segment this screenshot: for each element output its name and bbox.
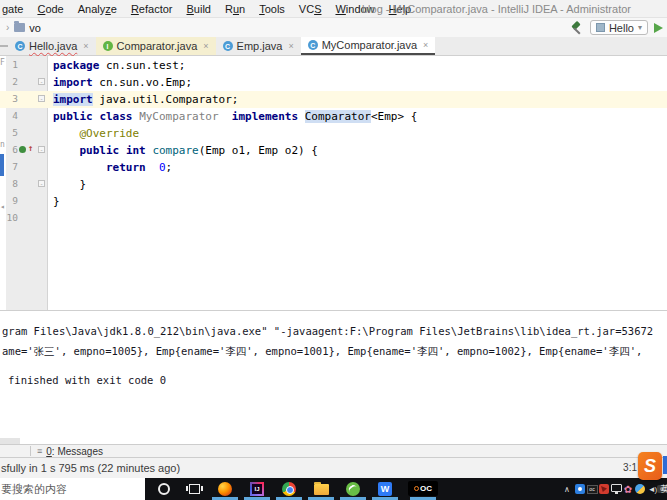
file-explorer-button[interactable] <box>308 480 334 497</box>
tab-comparator-java[interactable]: I Comparator.java × <box>96 37 216 55</box>
menu-code[interactable]: Code <box>30 3 70 15</box>
close-icon[interactable]: × <box>83 41 88 51</box>
left-tool-window-stripe-indicator <box>0 154 4 176</box>
code-line[interactable]: 8- } <box>0 176 667 193</box>
fold-icon[interactable]: - <box>38 180 45 187</box>
fold-icon[interactable]: - <box>38 95 45 102</box>
code-line[interactable]: 2-import cn.sun.vo.Emp; <box>0 74 667 91</box>
code-editor[interactable]: 1package cn.sun.test; 2-import cn.sun.vo… <box>0 56 667 310</box>
taskbar-search-input[interactable]: 要搜索的内容 <box>0 478 145 500</box>
windows-taskbar: 要搜索的内容 IJ W OC ∧ oc ✿ ◄) 英 <box>0 478 667 500</box>
tray-red-app-icon[interactable] <box>598 482 610 496</box>
tab-mycomparator-java[interactable]: C MyComparator.java × <box>301 37 436 55</box>
tab-emp-java[interactable]: C Emp.java × <box>216 37 301 55</box>
caret-position-widget[interactable]: 3:1 <box>623 462 637 473</box>
close-icon[interactable]: × <box>288 41 293 51</box>
menu-tools[interactable]: Tools <box>252 3 292 15</box>
code-line-current[interactable]: 3-import java.util.Comparator; <box>0 91 667 108</box>
menu-refactor[interactable]: Refactor <box>124 3 180 15</box>
tray-flower-app-icon[interactable]: ✿ <box>622 482 634 496</box>
implementing-method-icon[interactable] <box>19 146 26 153</box>
oc-app-button[interactable]: OC <box>406 480 440 497</box>
tray-oc-mini-icon[interactable]: oc <box>586 482 598 496</box>
wps-button[interactable]: W <box>372 480 398 497</box>
interface-file-icon: I <box>103 41 113 51</box>
code-line[interactable]: 6↑- public int compare(Emp o1, Emp o2) { <box>0 142 667 159</box>
console-output-line: ame='张三', empno=1005}, Emp{ename='李四', e… <box>2 345 642 359</box>
intellij-idea-window: gate Code Analyze Refactor Build Run Too… <box>0 0 667 500</box>
spring-leaf-icon <box>346 482 360 496</box>
code-line[interactable]: 5 @Override <box>0 125 667 142</box>
firefox-icon <box>218 482 232 496</box>
menu-bar: gate Code Analyze Refactor Build Run Too… <box>0 0 667 18</box>
fold-icon[interactable]: - <box>38 146 45 153</box>
tray-weather-icon[interactable] <box>634 482 646 496</box>
wps-w-icon: W <box>378 482 392 496</box>
tab-label: Hello.java <box>29 40 77 52</box>
overlay-edge-fragment <box>663 456 667 474</box>
class-file-icon: C <box>15 41 25 51</box>
editor-tab-bar: C Hello.java × I Comparator.java × C Emp… <box>0 37 667 56</box>
run-config-label: Hello <box>609 22 634 34</box>
breadcrumb-chevron-icon: › <box>6 22 9 33</box>
build-hammer-icon[interactable] <box>570 21 584 35</box>
code-line[interactable]: 9} <box>0 193 667 210</box>
overriding-method-icon[interactable]: ↑ <box>28 143 33 153</box>
intellij-idea-button[interactable]: IJ <box>244 480 270 497</box>
chevron-down-icon: ▾ <box>638 23 642 32</box>
search-placeholder-text: 要搜索的内容 <box>1 482 67 497</box>
tab-label: Comparator.java <box>117 40 198 52</box>
code-line[interactable]: 7 return 0; <box>0 159 667 176</box>
close-icon[interactable]: × <box>203 41 208 51</box>
fold-icon[interactable]: - <box>38 78 45 85</box>
cortana-icon <box>158 483 170 495</box>
oc-app-icon: OC <box>408 481 438 496</box>
task-view-icon <box>189 484 200 494</box>
status-bar: sfully in 1 s 795 ms (22 minutes ago) 3:… <box>0 458 667 478</box>
console-exit-line: finished with exit code 0 <box>8 374 166 386</box>
navigation-bar: › vo Hello ▾ <box>0 18 667 37</box>
menu-analyze[interactable]: Analyze <box>71 3 124 15</box>
divider <box>30 446 31 456</box>
build-status-text: sfully in 1 s 795 ms (22 minutes ago) <box>1 462 180 474</box>
chrome-icon <box>282 482 296 496</box>
menu-build[interactable]: Build <box>179 3 217 15</box>
menu-run[interactable]: Run <box>218 3 252 15</box>
spring-app-button[interactable] <box>340 480 366 497</box>
messages-list-icon: ≡ <box>37 446 42 456</box>
tab-label: Emp.java <box>237 40 283 52</box>
intellij-idea-icon: IJ <box>250 482 264 496</box>
window-title: blog - MyComparator.java - IntelliJ IDEA… <box>362 3 631 15</box>
code-line[interactable]: 1package cn.sun.test; <box>0 57 667 74</box>
menu-navigate[interactable]: gate <box>0 3 30 15</box>
tray-blue-app-icon[interactable] <box>574 482 586 496</box>
tab-hello-java[interactable]: C Hello.java × <box>8 37 96 55</box>
console-command-line: gram Files\Java\jdk1.8.0_212\bin\java.ex… <box>2 325 653 337</box>
folder-icon <box>14 23 25 32</box>
left-stripe-artifact: ◂ <box>0 202 5 211</box>
sogou-overlay-icon[interactable]: S <box>638 452 662 480</box>
tab-label: MyComparator.java <box>322 39 417 51</box>
run-config-icon <box>596 23 605 32</box>
run-button[interactable] <box>654 23 663 33</box>
tray-expand-button[interactable]: ∧ <box>561 482 573 496</box>
firefox-button[interactable] <box>212 480 238 497</box>
tab-overflow-stub <box>0 45 8 47</box>
file-explorer-icon <box>314 484 329 495</box>
run-configuration-select[interactable]: Hello ▾ <box>590 20 648 35</box>
code-line[interactable]: 4public class MyComparator implements Co… <box>0 108 667 125</box>
tool-window-bar: ≡ 0: Messages <box>0 444 667 458</box>
close-icon[interactable]: × <box>423 40 428 50</box>
run-console[interactable]: gram Files\Java\jdk1.8.0_212\bin\java.ex… <box>0 310 667 444</box>
breadcrumb-item-vo[interactable]: vo <box>29 22 41 34</box>
cortana-button[interactable] <box>151 480 177 497</box>
menu-vcs[interactable]: VCS <box>292 3 329 15</box>
ime-language-indicator[interactable]: 英 <box>660 482 667 496</box>
tray-display-icon[interactable] <box>610 482 622 496</box>
task-view-button[interactable] <box>181 480 207 497</box>
messages-tool-window-button[interactable]: 0: Messages <box>46 446 103 457</box>
chrome-button[interactable] <box>276 480 302 497</box>
code-line[interactable]: 10 <box>0 210 667 227</box>
left-stripe-artifact: n <box>0 140 5 149</box>
left-stripe-artifact: F <box>0 58 5 67</box>
